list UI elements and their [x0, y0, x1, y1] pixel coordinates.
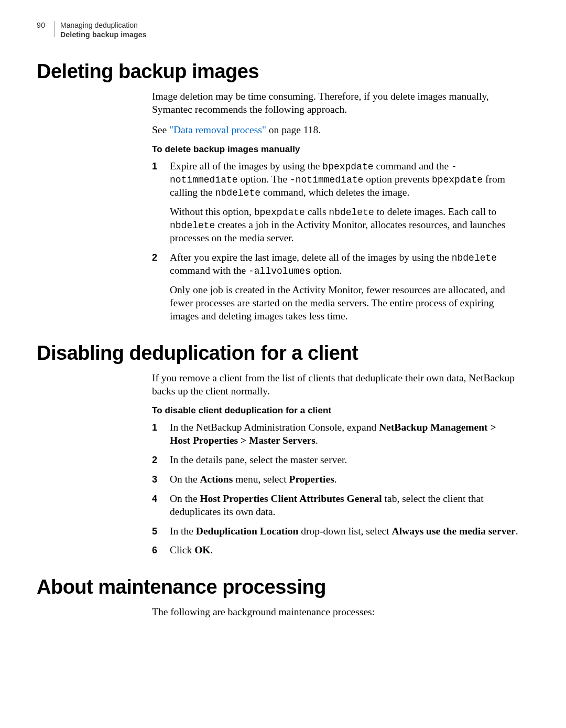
text: .	[315, 435, 318, 446]
paragraph: If you remove a client from the list of …	[152, 372, 519, 398]
step-number: 5	[152, 525, 170, 538]
section-body: Image deletion may be time consuming. Th…	[152, 90, 519, 323]
step-body: On the Actions menu, select Properties.	[170, 473, 519, 486]
text: option prevents	[363, 174, 432, 185]
step-3: 3 On the Actions menu, select Properties…	[152, 473, 519, 486]
breadcrumb-chapter: Managing deduplication	[60, 21, 147, 30]
step-1: 1 Expire all of the images by using the …	[152, 160, 519, 245]
step-body: In the details pane, select the master s…	[170, 454, 519, 467]
heading-about-maintenance: About maintenance processing	[37, 576, 529, 598]
header-divider	[55, 21, 55, 37]
code-allvolumes: -allvolumes	[248, 266, 311, 276]
ui-dropdown-name: Deduplication Location	[196, 526, 299, 537]
text: option.	[311, 265, 342, 276]
text: Click	[170, 544, 194, 555]
step-body: On the Host Properties Client Attributes…	[170, 493, 519, 519]
paragraph: Image deletion may be time consuming. Th…	[152, 90, 519, 116]
step-body: Expire all of the images by using the bp…	[170, 160, 519, 245]
section-body: If you remove a client from the list of …	[152, 372, 519, 558]
paragraph: The following are background maintenance…	[152, 606, 519, 619]
code-bpexpdate: bpexpdate	[254, 207, 305, 218]
text: .	[210, 544, 213, 555]
code-bpexpdate: bpexpdate	[322, 162, 373, 172]
text: In the NetBackup Administration Console,…	[170, 422, 379, 433]
step-number: 2	[152, 454, 170, 467]
breadcrumb: Managing deduplication Deleting backup i…	[60, 21, 147, 39]
paragraph: In the Deduplication Location drop-down …	[170, 525, 519, 538]
paragraph: In the details pane, select the master s…	[170, 454, 519, 467]
text: drop-down list, select	[298, 526, 391, 537]
code-nbdelete: nbdelete	[452, 253, 497, 263]
text: option. The	[238, 174, 290, 185]
paragraph: Expire all of the images by using the bp…	[170, 160, 519, 199]
page: 90 Managing deduplication Deleting backu…	[0, 0, 566, 728]
ui-actions: Actions	[200, 474, 233, 485]
page-header: 90 Managing deduplication Deleting backu…	[37, 21, 529, 39]
step-number: 6	[152, 544, 170, 557]
step-body: Click OK.	[170, 544, 519, 557]
ui-tab-name: Host Properties Client Attributes Genera…	[200, 493, 382, 504]
paragraph: After you expire the last image, delete …	[170, 251, 519, 277]
text: command, which deletes the image.	[260, 187, 409, 198]
heading-deleting-backup-images: Deleting backup images	[37, 60, 529, 83]
breadcrumb-topic: Deleting backup images	[60, 30, 147, 40]
step-body: After you expire the last image, delete …	[170, 251, 519, 323]
procedure-title: To delete backup images manually	[152, 144, 519, 155]
heading-disabling-deduplication: Disabling deduplication for a client	[37, 342, 529, 365]
text: creates a job in the Activity Monitor, a…	[170, 219, 506, 243]
step-4: 4 On the Host Properties Client Attribut…	[152, 493, 519, 519]
step-number: 1	[152, 421, 170, 447]
procedure-steps: 1 In the NetBackup Administration Consol…	[152, 421, 519, 558]
text: Expire all of the images by using the	[170, 160, 322, 172]
section-body: The following are background maintenance…	[152, 606, 519, 619]
text: See	[152, 124, 169, 135]
text: .	[334, 474, 337, 485]
paragraph: On the Host Properties Client Attributes…	[170, 493, 519, 519]
procedure-title: To disable client deduplication for a cl…	[152, 405, 519, 416]
step-6: 6 Click OK.	[152, 544, 519, 557]
text: On the	[170, 474, 200, 485]
text: On the	[170, 493, 200, 504]
paragraph: In the NetBackup Administration Console,…	[170, 421, 519, 447]
step-number: 1	[152, 160, 170, 245]
page-number: 90	[37, 21, 51, 29]
code-notimmediate: -notimmediate	[290, 175, 363, 185]
ui-ok: OK	[194, 544, 210, 555]
step-body: In the Deduplication Location drop-down …	[170, 525, 519, 538]
text: In the	[170, 526, 196, 537]
text: to delete images. Each call to	[374, 206, 496, 217]
step-2: 2 In the details pane, select the master…	[152, 454, 519, 467]
step-2: 2 After you expire the last image, delet…	[152, 251, 519, 323]
link-data-removal-process[interactable]: "Data removal process"	[169, 124, 266, 135]
text: command with the	[170, 265, 248, 276]
paragraph: Click OK.	[170, 544, 519, 557]
step-number: 4	[152, 493, 170, 519]
text: calls	[305, 206, 329, 217]
code-nbdelete: nbdelete	[329, 207, 374, 218]
code-nbdelete: nbdelete	[215, 188, 260, 198]
step-number: 3	[152, 473, 170, 486]
paragraph: On the Actions menu, select Properties.	[170, 473, 519, 486]
paragraph-xref: See "Data removal process" on page 118.	[152, 124, 519, 137]
step-body: In the NetBackup Administration Console,…	[170, 421, 519, 447]
text: on page 118.	[266, 124, 321, 135]
code-bpexpdate: bpexpdate	[432, 175, 483, 185]
ui-option-name: Always use the media server	[392, 526, 516, 537]
code-nbdelete: nbdelete	[170, 220, 215, 231]
paragraph: Without this option, bpexpdate calls nbd…	[170, 206, 519, 245]
text: menu, select	[233, 474, 289, 485]
step-number: 2	[152, 251, 170, 323]
text: After you expire the last image, delete …	[170, 252, 452, 263]
text: .	[516, 526, 518, 537]
paragraph: Only one job is created in the Activity …	[170, 284, 519, 323]
ui-properties: Properties	[289, 474, 334, 485]
step-1: 1 In the NetBackup Administration Consol…	[152, 421, 519, 447]
procedure-steps: 1 Expire all of the images by using the …	[152, 160, 519, 323]
text: command and the	[374, 160, 451, 172]
step-5: 5 In the Deduplication Location drop-dow…	[152, 525, 519, 538]
text: Without this option,	[170, 206, 254, 217]
